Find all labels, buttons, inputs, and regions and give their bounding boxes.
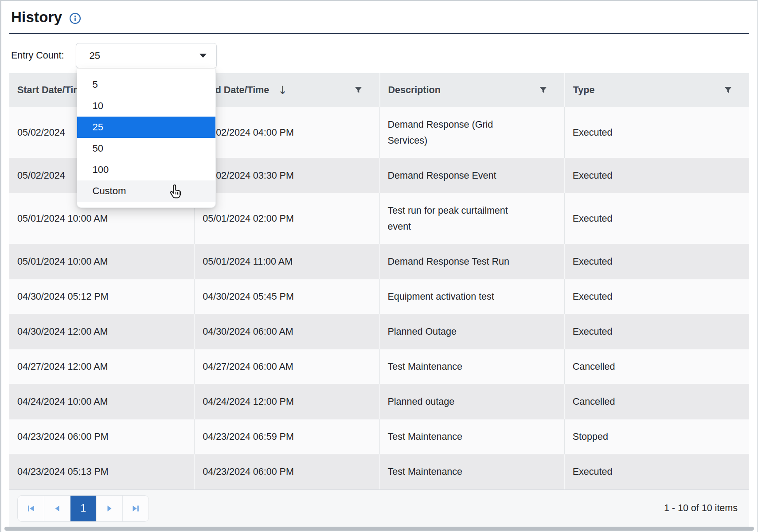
end-date-cell: 04/23/2024 06:59 PM: [194, 419, 379, 454]
info-icon[interactable]: [69, 12, 81, 24]
title-divider: [9, 33, 749, 34]
column-header-description[interactable]: Description: [379, 73, 564, 107]
start-date-cell: 04/23/2024 05:13 PM: [9, 454, 194, 489]
filter-icon[interactable]: [724, 86, 732, 94]
table-row: 04/30/2024 05:12 PM 04/30/2024 05:45 PM …: [9, 279, 749, 314]
type-cell: Executed: [564, 193, 749, 244]
description-cell: Demand Response (Grid Services): [379, 107, 564, 158]
type-cell: Executed: [564, 314, 749, 349]
items-summary: 1 - 10 of 10 items: [664, 503, 738, 514]
entry-count-options: 5102550100Custom: [77, 74, 215, 202]
start-date-cell: 04/27/2024 12:00 AM: [9, 349, 194, 384]
type-cell: Cancelled: [564, 349, 749, 384]
end-date-cell: 05/02/2024 04:00 PM: [194, 107, 379, 158]
end-date-cell: 04/30/2024 05:45 PM: [194, 279, 379, 314]
entry-count-select[interactable]: 25: [76, 43, 217, 68]
history-page: History Entry Count: 25 5102550100Custom: [0, 0, 758, 532]
description-cell: Test Maintenance: [379, 349, 564, 384]
filter-icon[interactable]: [354, 86, 363, 94]
previous-page-icon: [52, 504, 62, 513]
sort-descending-icon: ↓: [278, 85, 287, 96]
type-cell: Stopped: [564, 419, 749, 454]
next-page-button[interactable]: [96, 496, 122, 521]
end-date-cell: 04/27/2024 06:00 AM: [194, 349, 379, 384]
start-date-cell: 04/23/2024 06:00 PM: [9, 419, 194, 454]
end-date-cell: 04/24/2024 12:00 PM: [194, 384, 379, 419]
description-cell: Test Maintenance: [379, 454, 564, 489]
type-cell: Executed: [564, 107, 749, 158]
start-date-cell: 04/30/2024 12:00 AM: [9, 314, 194, 349]
previous-page-button[interactable]: [44, 496, 70, 521]
column-header-type[interactable]: Type: [564, 73, 749, 107]
entry-count-value: 25: [90, 50, 100, 62]
description-cell: Equipment activation test: [379, 279, 564, 314]
end-date-cell: 05/01/2024 02:00 PM: [194, 193, 379, 244]
entry-count-option-25[interactable]: 25: [77, 117, 215, 138]
entry-count-label: Entry Count:: [11, 50, 64, 61]
last-page-icon: [131, 504, 141, 513]
end-date-cell: 05/01/2024 11:00 AM: [194, 244, 379, 279]
chevron-down-icon: [199, 54, 207, 58]
entry-count-option-custom[interactable]: Custom: [77, 180, 215, 202]
end-date-cell: 04/30/2024 06:00 AM: [194, 314, 379, 349]
pager: 1: [17, 495, 149, 522]
page-1-button[interactable]: 1: [70, 496, 96, 521]
start-date-cell: 05/01/2024 10:00 AM: [9, 244, 194, 279]
type-cell: Executed: [564, 454, 749, 489]
horizontal-scrollbar[interactable]: [4, 527, 754, 531]
end-date-cell: 04/23/2024 06:00 PM: [194, 454, 379, 489]
next-page-icon: [105, 504, 114, 513]
type-cell: Executed: [564, 158, 749, 193]
column-header-label: Description: [388, 85, 441, 96]
start-date-cell: 04/24/2024 10:00 AM: [9, 384, 194, 419]
table-row: 04/24/2024 10:00 AM 04/24/2024 12:00 PM …: [9, 384, 749, 419]
entry-count-option-5[interactable]: 5: [77, 74, 215, 95]
table-footer: 1 1 - 10 of 10 items: [9, 489, 749, 527]
table-row: 05/01/2024 10:00 AM 05/01/2024 11:00 AM …: [9, 244, 749, 279]
type-cell: Executed: [564, 279, 749, 314]
description-cell: Demand Response Test Run: [379, 244, 564, 279]
end-date-cell: 05/02/2024 03:30 PM: [194, 158, 379, 193]
page-title: History: [11, 9, 62, 26]
entry-count-dropdown: 5102550100Custom: [77, 69, 216, 208]
table-row: 04/27/2024 12:00 AM 04/27/2024 06:00 AM …: [9, 349, 749, 384]
entry-count-option-50[interactable]: 50: [77, 138, 215, 159]
description-cell: Test run for peak curtailment event: [379, 193, 564, 244]
description-cell: Test Maintenance: [379, 419, 564, 454]
table-row: 04/23/2024 05:13 PM 04/23/2024 06:00 PM …: [9, 454, 749, 489]
entry-count-row: Entry Count: 25 5102550100Custom: [11, 43, 749, 68]
type-cell: Executed: [564, 244, 749, 279]
column-header-label: Type: [573, 85, 595, 96]
first-page-icon: [26, 504, 36, 513]
description-cell: Planned outage: [379, 384, 564, 419]
filter-icon[interactable]: [539, 86, 547, 94]
entry-count-option-10[interactable]: 10: [77, 95, 215, 117]
description-cell: Planned Outage: [379, 314, 564, 349]
type-cell: Cancelled: [564, 384, 749, 419]
description-cell: Demand Response Event: [379, 158, 564, 193]
first-page-button[interactable]: [18, 496, 44, 521]
last-page-button[interactable]: [122, 496, 148, 521]
page-header: History: [9, 1, 749, 33]
table-row: 04/30/2024 12:00 AM 04/30/2024 06:00 AM …: [9, 314, 749, 349]
table-row: 04/23/2024 06:00 PM 04/23/2024 06:59 PM …: [9, 419, 749, 454]
column-header-end-date-time[interactable]: End Date/Time ↓: [194, 73, 379, 107]
entry-count-option-100[interactable]: 100: [77, 159, 215, 180]
start-date-cell: 04/30/2024 05:12 PM: [9, 279, 194, 314]
